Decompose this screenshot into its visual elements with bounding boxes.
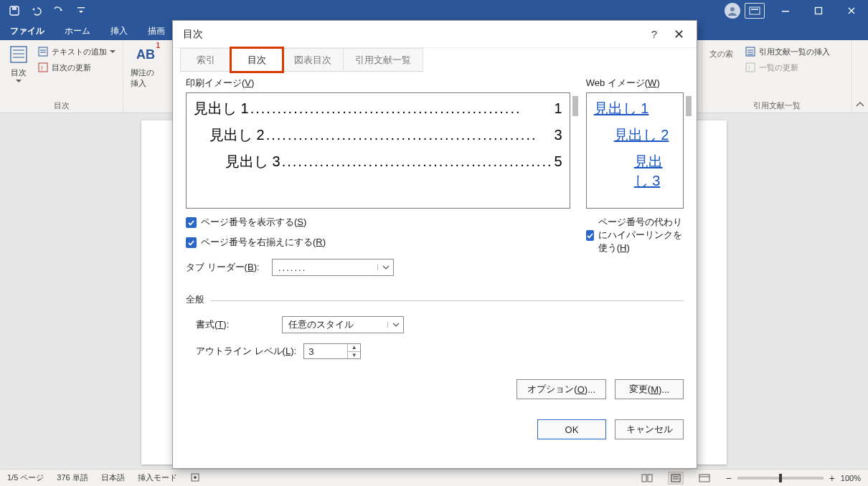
outline-level-spinner[interactable]: 3 ▲▼: [303, 343, 361, 359]
spin-up-icon[interactable]: ▲: [348, 344, 360, 352]
update-toc-label: 目次の更新: [52, 62, 91, 73]
svg-rect-1: [12, 7, 16, 10]
svg-rect-25: [642, 475, 646, 482]
add-text-icon: [37, 46, 49, 57]
right-align-page-numbers-checkbox[interactable]: ページ番号を右揃えにする(R): [186, 236, 570, 249]
use-hyperlinks-checkbox[interactable]: ページ番号の代わりにハイパーリンクを使う(H): [586, 216, 684, 254]
svg-rect-2: [77, 7, 85, 8]
format-combo[interactable]: 任意のスタイル: [282, 316, 404, 333]
toc-button-label: 目次: [11, 67, 27, 78]
undo-icon[interactable]: [30, 6, 42, 16]
general-section-label: 全般: [186, 293, 684, 306]
view-read-button[interactable]: [639, 472, 655, 485]
status-language[interactable]: 日本語: [101, 472, 125, 483]
zoom-in-button[interactable]: +: [829, 472, 835, 484]
svg-rect-7: [816, 8, 822, 14]
view-web-button[interactable]: [697, 472, 712, 485]
print-preview-label: 印刷イメージ(V): [186, 77, 570, 90]
insert-citation-list-button[interactable]: 引用文献一覧の挿入: [743, 44, 831, 59]
autosave-icon[interactable]: [9, 5, 20, 16]
title-bar: [0, 0, 868, 22]
window-restore-button[interactable]: [802, 0, 835, 22]
svg-rect-21: [746, 63, 755, 72]
toc-button[interactable]: 目次: [7, 43, 30, 84]
zoom-slider[interactable]: [737, 477, 824, 480]
web-preview-row: 見出し 1: [594, 99, 676, 118]
options-button[interactable]: オプション(O)...: [516, 379, 606, 399]
svg-rect-4: [750, 7, 760, 14]
dialog-help-button[interactable]: ?: [642, 28, 666, 40]
insert-citation-list-label: 引用文献一覧の挿入: [759, 47, 830, 57]
dialog-tabs: 索引 目次 図表目次 引用文献一覧: [173, 48, 697, 72]
tab-draw[interactable]: 描画: [138, 22, 175, 40]
update-toc-button[interactable]: ! 目次の更新: [36, 60, 117, 75]
insert-footnote-label: 脚注の挿入: [131, 67, 161, 89]
toc-dialog: 目次 ? ✕ 索引 目次 図表目次 引用文献一覧 印刷イメージ(V) 見出し 1…: [172, 20, 697, 469]
preview-heading-link: 見出し 1: [594, 100, 649, 116]
svg-rect-8: [11, 47, 27, 62]
show-page-numbers-checkbox[interactable]: ページ番号を表示する(S): [186, 216, 570, 229]
svg-rect-5: [751, 9, 758, 10]
print-preview-row: 見出し 2...................................…: [194, 125, 562, 145]
zoom-value[interactable]: 100%: [841, 474, 861, 482]
dialog-tab-index[interactable]: 索引: [180, 48, 232, 72]
update-list-button[interactable]: ! 一覧の更新: [743, 60, 831, 75]
status-insertmode[interactable]: 挿入モード: [138, 472, 177, 483]
tab-leader-combo[interactable]: .......: [272, 259, 394, 276]
svg-rect-27: [671, 475, 680, 482]
tab-leader-value: .......: [273, 262, 377, 273]
partial-label: 文の索: [709, 49, 733, 59]
citation-list-icon: [745, 46, 756, 57]
qat-more-icon[interactable]: [77, 6, 85, 15]
ok-button[interactable]: OK: [537, 419, 606, 439]
add-text-button[interactable]: テキストの追加: [36, 44, 117, 59]
svg-rect-26: [648, 475, 652, 482]
preview-heading-link: 見出し 3: [634, 153, 663, 189]
preview-leader-dots: ........................................…: [249, 100, 555, 117]
view-print-button[interactable]: [668, 472, 684, 485]
dialog-close-button[interactable]: ✕: [666, 27, 691, 42]
window-minimize-button[interactable]: [769, 0, 802, 22]
display-options-icon[interactable]: [745, 3, 765, 19]
status-words[interactable]: 376 単語: [57, 472, 88, 483]
group-label-toc: 目次: [7, 99, 115, 111]
update-list-label: 一覧の更新: [759, 62, 798, 73]
svg-rect-12: [39, 47, 47, 56]
zoom-out-button[interactable]: −: [725, 472, 731, 484]
modify-button[interactable]: 変更(M)...: [615, 379, 684, 399]
cancel-button[interactable]: キャンセル: [615, 419, 684, 439]
dialog-title: 目次: [183, 28, 203, 41]
preview-scrollbar[interactable]: [686, 96, 692, 116]
spin-down-icon[interactable]: ▼: [348, 352, 360, 359]
redo-icon[interactable]: [52, 6, 63, 16]
checkbox-checked-icon: [186, 217, 197, 228]
insert-footnote-button[interactable]: AB 1 脚注の挿入: [131, 43, 161, 89]
dialog-tab-toc[interactable]: 目次: [231, 48, 283, 72]
status-page[interactable]: 1/5 ページ: [7, 472, 44, 483]
format-value: 任意のスタイル: [283, 318, 387, 331]
svg-rect-15: [39, 63, 47, 72]
account-avatar-icon[interactable]: [725, 3, 740, 19]
tab-insert[interactable]: 挿入: [100, 22, 138, 40]
print-preview-row: 見出し 3...................................…: [194, 152, 562, 171]
preview-leader-dots: ........................................…: [280, 153, 555, 170]
svg-point-24: [194, 476, 197, 479]
dialog-tab-figures[interactable]: 図表目次: [282, 48, 344, 72]
preview-heading-label: 見出し 2: [209, 125, 265, 145]
collapse-ribbon-icon[interactable]: [852, 40, 868, 113]
toc-icon: [7, 43, 30, 66]
chevron-down-icon: [110, 49, 115, 54]
tab-home[interactable]: ホーム: [55, 22, 100, 40]
chevron-down-icon: [16, 80, 22, 84]
tab-leader-label: タブ リーダー(B):: [186, 261, 265, 274]
svg-rect-30: [699, 475, 709, 482]
outline-level-value: 3: [304, 344, 347, 358]
window-close-button[interactable]: [835, 0, 868, 22]
macro-record-icon[interactable]: [190, 472, 200, 484]
web-preview-box: 見出し 1見出し 2見出し 3: [586, 92, 684, 209]
checkbox-checked-icon: [186, 237, 197, 248]
preview-scrollbar[interactable]: [572, 96, 578, 116]
tab-file[interactable]: ファイル: [0, 22, 55, 40]
dialog-tab-citations[interactable]: 引用文献一覧: [343, 48, 423, 72]
add-text-label: テキストの追加: [52, 47, 107, 57]
